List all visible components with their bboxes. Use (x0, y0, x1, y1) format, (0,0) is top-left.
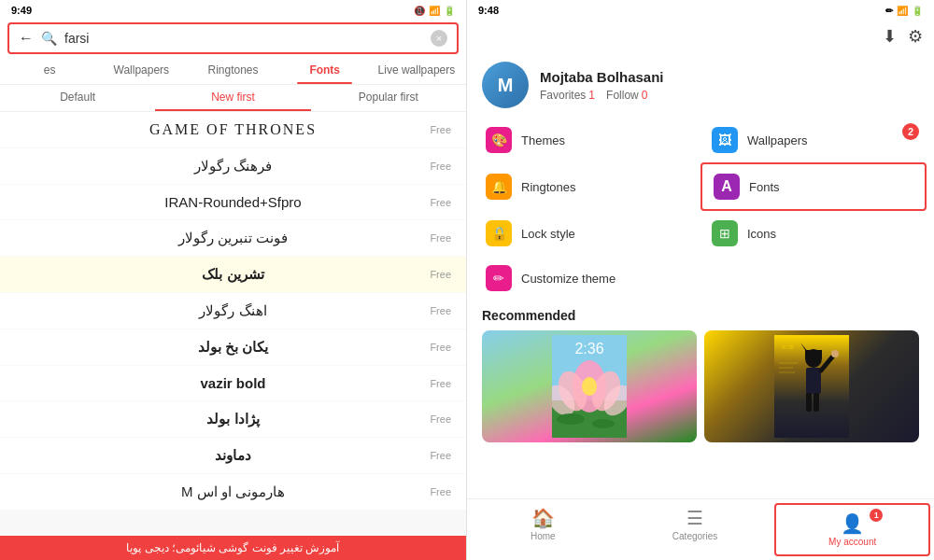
recommended-section: Recommended (467, 301, 934, 446)
status-icons-left: 📵 📶 🔋 (414, 6, 455, 16)
list-item[interactable]: پژادا بولد Free (0, 401, 466, 437)
right-header: ⬇ ⚙ (467, 21, 934, 52)
font-free-label: Free (430, 197, 451, 208)
menu-item-wallpapers[interactable]: 🖼 Wallpapers 2 (700, 118, 927, 162)
font-name: فونت تنبرین رگولار (15, 230, 451, 246)
font-free-label: Free (430, 124, 451, 135)
ringtones-label: Ringtones (521, 180, 576, 194)
list-item[interactable]: دماوند Free (0, 438, 466, 473)
categories-icon: ☰ (686, 507, 703, 529)
my-account-label: My account (828, 537, 876, 547)
menu-item-fonts[interactable]: A Fonts (700, 162, 927, 211)
bottom-nav-home[interactable]: 🏠 Home (467, 499, 619, 560)
settings-icon[interactable]: ⚙ (908, 26, 923, 47)
recommended-image-lotus[interactable]: 2:36 (482, 330, 697, 442)
wallpapers-label: Wallpapers (747, 133, 808, 147)
icons-label: Icons (747, 227, 776, 241)
follow-stat: Follow 0 (606, 89, 647, 102)
tab-wallpapers[interactable]: Wallpapers (95, 56, 187, 84)
font-name: اهنگ رگولار (15, 302, 451, 319)
font-name: هارمونی او اس M (15, 483, 451, 500)
tab-live-wallpapers[interactable]: Live wallpapers (371, 56, 462, 84)
list-item[interactable]: فونت تنبرین رگولار Free (0, 220, 466, 256)
font-name: یکان بخ بولد (15, 339, 451, 356)
svg-point-7 (582, 377, 597, 396)
font-name: GAME OF THRONES (15, 121, 451, 138)
clear-button[interactable]: × (431, 30, 447, 47)
sort-popular-first[interactable]: Popular first (311, 85, 466, 111)
search-bar: ← 🔍 × (7, 22, 459, 54)
list-item[interactable]: هارمونی او اس M Free (0, 474, 466, 510)
watermark: آموزش تغییر فونت گوشی شیائومی؛ دیجی پویا (0, 536, 466, 560)
anime-svg: 07:35 (774, 335, 849, 438)
sort-default[interactable]: Default (0, 85, 155, 111)
fonts-label: Fonts (749, 180, 780, 194)
recommended-title: Recommended (482, 308, 919, 323)
avatar: M (482, 62, 529, 108)
font-free-label: Free (430, 161, 451, 172)
font-list: GAME OF THRONES Free فرهنگ رگولار Free I… (0, 112, 466, 536)
menu-item-lock-style[interactable]: 🔒 Lock style (474, 211, 700, 256)
font-free-label: Free (430, 413, 451, 425)
home-label: Home (531, 531, 556, 541)
list-item[interactable]: IRAN-Rounded+Sfpro Free (0, 185, 466, 219)
font-free-label: Free (430, 450, 451, 461)
status-bar-left: 9:49 📵 📶 🔋 (0, 0, 466, 21)
font-name: پژادا بولد (15, 411, 451, 427)
my-account-badge: 1 (870, 509, 883, 522)
menu-item-customize-theme[interactable]: ✏ Customize theme (474, 256, 700, 301)
lock-style-icon: 🔒 (486, 220, 512, 246)
list-item[interactable]: یکان بخ بولد Free (0, 329, 466, 365)
categories-label: Categories (672, 531, 717, 541)
themes-label: Themes (521, 133, 565, 147)
search-input[interactable] (64, 31, 423, 46)
font-name: تشرین بلک (15, 266, 451, 283)
bottom-nav-categories[interactable]: ☰ Categories (619, 499, 771, 560)
list-item[interactable]: فرهنگ رگولار Free (0, 148, 466, 184)
font-name: فرهنگ رگولار (15, 158, 451, 175)
svg-rect-19 (814, 393, 819, 412)
status-icons-right: ✏ 📶 🔋 (885, 6, 923, 16)
bottom-nav: 🏠 Home ☰ Categories 👤 My account 1 (467, 498, 934, 560)
font-free-label: Free (430, 342, 451, 353)
menu-item-ringtones[interactable]: 🔔 Ringtones (474, 162, 700, 211)
svg-point-9 (557, 413, 585, 425)
list-item[interactable]: GAME OF THRONES Free (0, 112, 466, 147)
svg-text:2:36: 2:36 (574, 341, 603, 357)
bottom-nav-my-account[interactable]: 👤 My account 1 (774, 503, 930, 556)
tab-es[interactable]: es (4, 56, 95, 84)
font-free-label: Free (430, 378, 451, 389)
sort-tabs: Default New first Popular first (0, 85, 466, 112)
font-name: IRAN-Rounded+Sfpro (15, 194, 451, 210)
left-panel: 9:49 📵 📶 🔋 ← 🔍 × es Wallpapers Ringtones… (0, 0, 467, 560)
download-icon[interactable]: ⬇ (883, 26, 897, 47)
recommended-image-anime[interactable]: 07:35 (704, 330, 919, 442)
font-name: دماوند (15, 447, 451, 464)
svg-point-17 (831, 350, 839, 357)
list-item[interactable]: اهنگ رگولار Free (0, 293, 466, 329)
recommended-images: 2:36 (482, 330, 919, 442)
menu-grid: 🎨 Themes 🖼 Wallpapers 2 🔔 Ringtones A Fo… (467, 118, 934, 301)
profile-name: Mojtaba Bolhasani (540, 69, 664, 85)
font-free-label: Free (430, 305, 451, 316)
menu-item-icons[interactable]: ⊞ Icons (700, 211, 927, 256)
list-item[interactable]: تشرین بلک Free (0, 257, 466, 292)
tab-fonts[interactable]: Fonts (279, 56, 371, 84)
customize-theme-icon: ✏ (486, 265, 512, 291)
profile-stats: Favorites 1 Follow 0 (540, 89, 664, 102)
icons-icon: ⊞ (712, 220, 738, 246)
home-icon: 🏠 (531, 507, 555, 529)
svg-rect-15 (806, 368, 821, 394)
right-panel: 9:48 ✏ 📶 🔋 ⬇ ⚙ M Mojtaba Bolhasani Favor… (467, 0, 934, 560)
lotus-svg: 2:36 (552, 335, 627, 438)
back-button[interactable]: ← (19, 30, 34, 47)
time-left: 9:49 (11, 5, 32, 16)
status-bar-right: 9:48 ✏ 📶 🔋 (467, 0, 934, 21)
tab-ringtones[interactable]: Ringtones (187, 56, 278, 84)
sort-new-first[interactable]: New first (155, 85, 310, 111)
favorites-stat: Favorites 1 (540, 89, 595, 102)
menu-item-themes[interactable]: 🎨 Themes (474, 118, 700, 162)
profile-info: Mojtaba Bolhasani Favorites 1 Follow 0 (540, 69, 664, 102)
font-name: vazir bold (15, 375, 451, 391)
list-item[interactable]: vazir bold Free (0, 366, 466, 400)
